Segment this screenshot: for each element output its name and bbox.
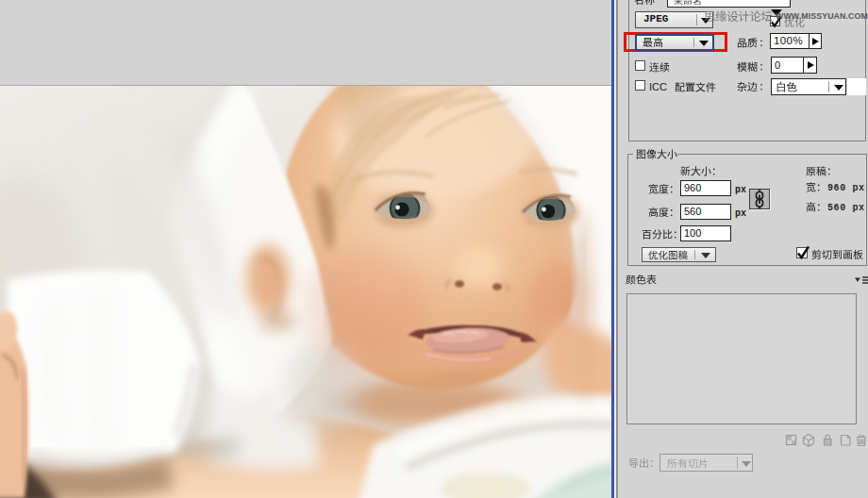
svg-text:WWW.MISSYUAN.COM: WWW.MISSYUAN.COM [776, 11, 868, 21]
